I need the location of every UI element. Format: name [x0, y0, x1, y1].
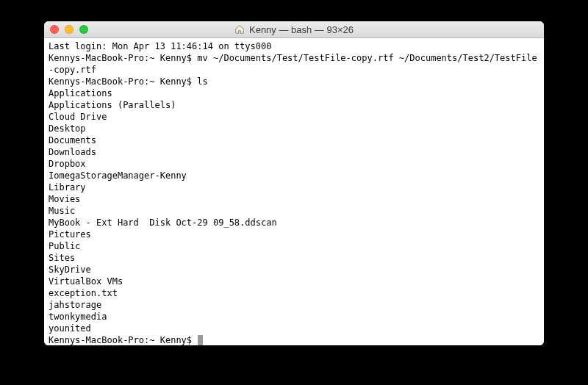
- close-button[interactable]: [50, 25, 59, 34]
- ls-output-line: Movies: [49, 193, 539, 205]
- prompt-text: Kennys-MacBook-Pro:~ Kenny$: [49, 335, 197, 345]
- ls-output-line: MyBook - Ext Hard Disk Oct-29 09_58.ddsc…: [49, 217, 539, 229]
- window-title: Kenny — bash — 93×26: [249, 24, 354, 35]
- ls-output-line: Cloud Drive: [49, 111, 539, 123]
- prompt-line[interactable]: Kennys-MacBook-Pro:~ Kenny$: [49, 334, 539, 345]
- window-title-wrap: Kenny — bash — 93×26: [44, 21, 544, 37]
- ls-output-line: Pictures: [49, 229, 539, 240]
- ls-output-line: Library: [49, 181, 539, 193]
- ls-output-line: Applications: [49, 87, 539, 99]
- ls-output-line: Dropbox: [49, 158, 539, 170]
- ls-output-line: Desktop: [49, 123, 539, 134]
- ls-output-line: Applications (Parallels): [49, 99, 539, 111]
- terminal-window: Kenny — bash — 93×26 Last login: Mon Apr…: [44, 21, 544, 345]
- maximize-button[interactable]: [79, 25, 88, 34]
- ls-output-line: twonkymedia: [49, 311, 539, 323]
- command-line-ls: Kennys-MacBook-Pro:~ Kenny$ ls: [49, 76, 539, 87]
- titlebar[interactable]: Kenny — bash — 93×26: [44, 21, 544, 38]
- ls-output-line: Downloads: [49, 146, 539, 158]
- ls-output-line: younited: [49, 323, 539, 334]
- last-login-line: Last login: Mon Apr 13 11:46:14 on ttys0…: [49, 40, 539, 52]
- ls-output-line: Music: [49, 205, 539, 217]
- ls-output-line: Public: [49, 240, 539, 252]
- ls-output-line: SkyDrive: [49, 264, 539, 276]
- ls-output-line: jahstorage: [49, 299, 539, 311]
- terminal-body[interactable]: Last login: Mon Apr 13 11:46:14 on ttys0…: [44, 38, 544, 345]
- ls-output-line: Sites: [49, 252, 539, 264]
- minimize-button[interactable]: [65, 25, 74, 34]
- home-icon: [234, 24, 245, 35]
- ls-output-line: exception.txt: [49, 287, 539, 299]
- ls-output-line: VirtualBox VMs: [49, 276, 539, 287]
- traffic-lights: [44, 25, 88, 34]
- cursor: [198, 335, 203, 345]
- ls-output-line: IomegaStorageManager-Kenny: [49, 170, 539, 181]
- command-line-mv: Kennys-MacBook-Pro:~ Kenny$ mv ~/Documen…: [49, 52, 539, 76]
- ls-output-line: Documents: [49, 134, 539, 146]
